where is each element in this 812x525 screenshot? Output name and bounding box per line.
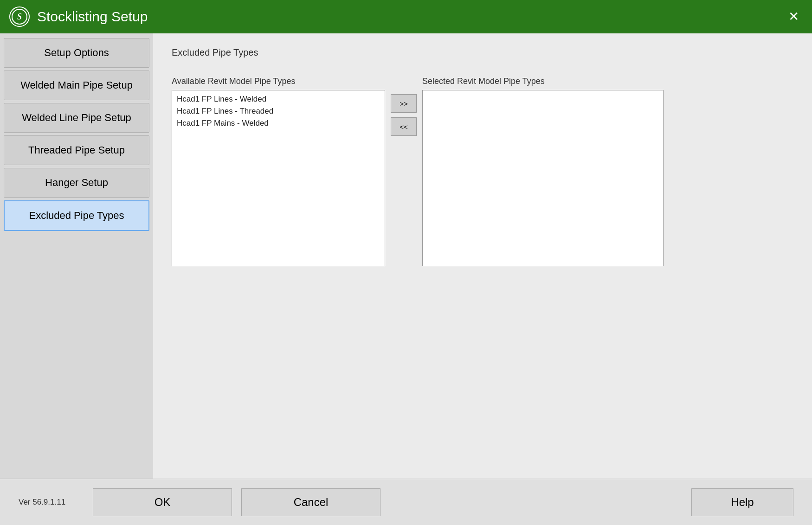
selected-list-column: Selected Revit Model Pipe Types xyxy=(422,77,664,266)
transfer-buttons: >> << xyxy=(391,77,417,136)
sidebar-item-excluded-pipe-types[interactable]: Excluded Pipe Types xyxy=(4,200,149,231)
bottom-bar: Ver 56.9.1.11 OK Cancel Help xyxy=(0,479,812,525)
pipe-transfer-area: Available Revit Model Pipe Types Hcad1 F… xyxy=(172,72,793,465)
titlebar: S Stocklisting Setup ✕ xyxy=(0,0,812,33)
sidebar-item-welded-main-pipe-setup[interactable]: Welded Main Pipe Setup xyxy=(4,70,149,100)
cancel-button[interactable]: Cancel xyxy=(241,488,380,516)
main-content: Setup OptionsWelded Main Pipe SetupWelde… xyxy=(0,33,812,479)
list-item[interactable]: Hcad1 FP Mains - Welded xyxy=(175,117,382,129)
titlebar-left: S Stocklisting Setup xyxy=(9,6,148,27)
move-left-button[interactable]: << xyxy=(391,117,417,136)
sidebar-item-threaded-pipe-setup[interactable]: Threaded Pipe Setup xyxy=(4,135,149,165)
version-label: Ver 56.9.1.11 xyxy=(19,498,65,507)
sidebar: Setup OptionsWelded Main Pipe SetupWelde… xyxy=(0,33,153,479)
list-item[interactable]: Hcad1 FP Lines - Threaded xyxy=(175,105,382,117)
sidebar-item-welded-line-pipe-setup[interactable]: Welded Line Pipe Setup xyxy=(4,103,149,133)
help-button[interactable]: Help xyxy=(691,488,793,516)
window-title: Stocklisting Setup xyxy=(37,9,148,25)
list-container: Available Revit Model Pipe Types Hcad1 F… xyxy=(172,77,793,266)
section-title: Excluded Pipe Types xyxy=(172,47,793,58)
sidebar-item-setup-options[interactable]: Setup Options xyxy=(4,38,149,68)
close-button[interactable]: ✕ xyxy=(785,8,803,25)
bottom-buttons: OK Cancel xyxy=(93,488,380,516)
list-item[interactable]: Hcad1 FP Lines - Welded xyxy=(175,93,382,105)
available-list-box[interactable]: Hcad1 FP Lines - WeldedHcad1 FP Lines - … xyxy=(172,90,385,266)
move-right-button[interactable]: >> xyxy=(391,94,417,113)
content-area: Excluded Pipe Types Available Revit Mode… xyxy=(153,33,812,479)
ok-button[interactable]: OK xyxy=(93,488,232,516)
selected-list-label: Selected Revit Model Pipe Types xyxy=(422,77,664,86)
app-icon: S xyxy=(9,6,30,27)
sidebar-item-hanger-setup[interactable]: Hanger Setup xyxy=(4,168,149,198)
available-list-label: Available Revit Model Pipe Types xyxy=(172,77,385,86)
available-list-column: Available Revit Model Pipe Types Hcad1 F… xyxy=(172,77,385,266)
svg-text:S: S xyxy=(17,12,22,21)
selected-list-box[interactable] xyxy=(422,90,664,266)
